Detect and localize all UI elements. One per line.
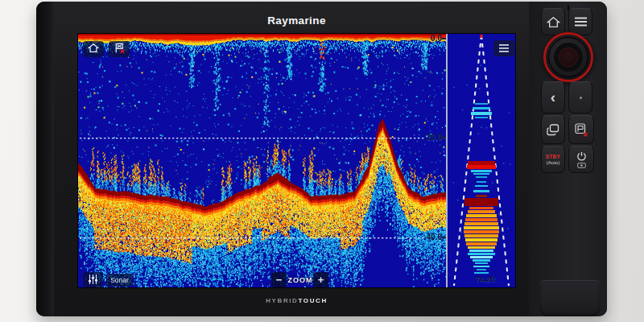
zoom-label: ZOOM [287,272,314,287]
sonar-app-button[interactable]: Sonar [106,274,133,287]
depth-readout: 74.2ft [464,275,507,283]
home-button[interactable] [83,41,104,57]
auto-label: (Auto) [547,160,559,165]
rotary-knob[interactable] [543,31,594,83]
ascope-divider [446,34,448,287]
hw-home-button[interactable] [541,8,565,35]
sonar-canvas[interactable] [78,34,515,287]
hw-back-button[interactable]: ‹ [541,81,565,114]
pinhole-dot-icon [580,97,582,99]
ascope-menu-button[interactable] [493,40,514,56]
zoom-in-button[interactable]: + [313,272,328,287]
power-icon [576,151,587,162]
sonar-screen[interactable]: 0.0 20.0 40.0 74.2ft Sonar − ZOOM + [78,34,515,287]
adjustments-icon [88,273,98,287]
waypoint-flag-icon [114,42,126,57]
depth-label-0: 0.0 [403,35,442,43]
chartplotter-device: Raymarine 0.0 [36,2,607,316]
depth-tick-20 [442,137,446,138]
waypoint-mob-icon [575,123,588,137]
back-icon: ‹ [551,91,555,104]
depth-label-20: 20.0 [403,134,442,142]
touch-text: TOUCH [298,297,327,304]
hw-pinhole-button[interactable] [568,81,592,114]
hw-page-switch-button[interactable] [541,115,565,144]
knob-push-button[interactable] [559,47,578,67]
hw-waypoint-mob-button[interactable] [568,115,594,144]
menu-icon [575,17,587,27]
depth-tick-40 [442,237,446,238]
adjustments-button[interactable] [83,272,103,287]
hw-stby-auto-button[interactable]: STBY (Auto) [541,146,565,173]
home-icon [88,42,99,56]
zoom-out-button[interactable]: − [271,272,287,287]
home-icon [547,16,560,28]
device-left-edge [36,2,54,316]
hybridtouch-label: HYBRIDTOUCH [78,297,515,304]
card-reader-door[interactable] [539,280,601,316]
stby-label: STBY [546,154,561,159]
waypoint-button[interactable] [109,41,130,57]
depth-tick-0 [442,38,446,39]
hybrid-text: HYBRID [266,297,298,304]
plus-icon: + [318,274,324,286]
minus-icon: − [276,274,283,286]
menu-icon [499,41,509,56]
hw-power-button[interactable] [568,146,594,173]
brightness-icon [577,163,586,168]
brand-logo: Raymarine [78,14,515,27]
depth-label-40: 40.0 [403,233,442,242]
sonar-app-label: Sonar [110,276,129,284]
page-switch-icon [547,124,559,136]
